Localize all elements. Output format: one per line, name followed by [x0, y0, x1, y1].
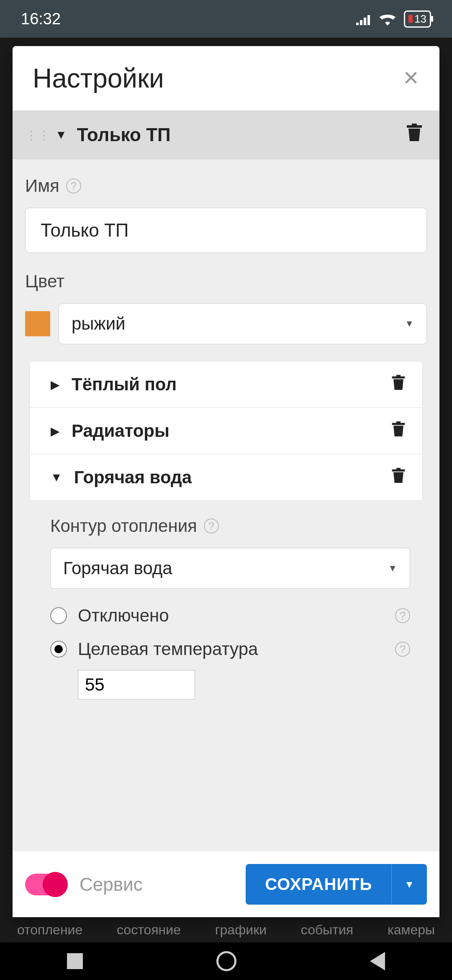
tab-status[interactable]: состояние: [117, 922, 181, 938]
sub-item-label: Горячая вода: [74, 467, 387, 487]
form-area: Имя ? Цвет рыжий ▼ Тёплый пол: [13, 159, 439, 716]
nav-home-icon[interactable]: [216, 951, 236, 971]
radio-target[interactable]: [50, 641, 67, 658]
radio-target-row[interactable]: Целевая температура ?: [50, 632, 410, 666]
status-time: 16:32: [21, 10, 61, 28]
chevron-down-icon[interactable]: [55, 128, 67, 142]
settings-modal: Настройки ✕ ⋮⋮ Только ТП Имя ? Цвет: [13, 46, 439, 917]
modal-footer: Сервис СОХРАНИТЬ ▼: [13, 851, 439, 917]
status-right: 13: [356, 10, 431, 28]
tab-graphs[interactable]: графики: [215, 922, 267, 938]
save-button[interactable]: СОХРАНИТЬ: [246, 864, 391, 905]
sub-item-label: Тёплый пол: [72, 374, 387, 395]
hotwater-detail: Контур отопления ? Горячая вода ▼ Отключ…: [25, 501, 427, 716]
tab-events[interactable]: события: [301, 922, 353, 938]
modal-title: Настройки: [33, 63, 164, 94]
sub-item-label: Радиаторы: [72, 421, 387, 441]
chevron-down-icon: ▼: [405, 318, 414, 329]
chevron-down-icon: [51, 471, 62, 484]
nav-recent-icon[interactable]: [67, 953, 83, 969]
nav-back-icon[interactable]: [370, 952, 385, 970]
battery-icon: 13: [404, 10, 431, 28]
modal-body: ⋮⋮ Только ТП Имя ? Цвет рыжий ▼: [13, 111, 439, 851]
status-bar: 16:32 13: [0, 0, 452, 38]
color-select-value: рыжий: [72, 314, 126, 334]
color-select[interactable]: рыжий ▼: [59, 303, 427, 344]
help-icon[interactable]: ?: [395, 642, 410, 657]
name-input[interactable]: [25, 208, 427, 253]
tab-heating[interactable]: отопление: [17, 922, 82, 938]
radio-target-label: Целевая температура: [78, 639, 384, 659]
tab-cameras[interactable]: камеры: [388, 922, 435, 938]
target-temperature-input[interactable]: [78, 670, 195, 699]
radio-off-label: Отключено: [78, 606, 384, 626]
radio-off-row[interactable]: Отключено ?: [50, 599, 410, 632]
section-header[interactable]: ⋮⋮ Только ТП: [13, 111, 439, 159]
drag-handle-icon[interactable]: ⋮⋮: [25, 128, 50, 142]
help-icon[interactable]: ?: [66, 178, 81, 193]
trash-icon[interactable]: [387, 374, 410, 395]
trash-icon[interactable]: [387, 467, 410, 488]
trash-icon[interactable]: [402, 124, 427, 146]
radio-off[interactable]: [50, 607, 67, 624]
contour-label: Контур отопления ?: [50, 516, 410, 536]
bottom-tabs: отопление состояние графики события каме…: [0, 913, 452, 946]
contour-select-value: Горячая вода: [63, 558, 172, 578]
sub-item-radiators[interactable]: Радиаторы: [30, 408, 422, 454]
chevron-right-icon: [51, 378, 60, 392]
color-label: Цвет: [25, 271, 427, 291]
android-navbar: [0, 942, 452, 980]
color-swatch: [25, 311, 50, 336]
section-title: Только ТП: [77, 124, 402, 145]
wifi-icon: [379, 12, 396, 26]
cellular-icon: [356, 13, 371, 25]
close-icon[interactable]: ✕: [403, 68, 419, 88]
trash-icon[interactable]: [387, 420, 410, 441]
sub-list: Тёплый пол Радиаторы Горячая вода: [29, 361, 423, 501]
name-label: Имя ?: [25, 176, 427, 196]
contour-select[interactable]: Горячая вода ▼: [50, 548, 410, 589]
modal-header: Настройки ✕: [13, 46, 439, 111]
help-icon[interactable]: ?: [204, 518, 219, 534]
sub-item-hotwater[interactable]: Горячая вода: [30, 454, 422, 500]
save-dropdown-button[interactable]: ▼: [391, 864, 427, 905]
service-toggle[interactable]: [25, 874, 67, 895]
chevron-down-icon: ▼: [388, 563, 397, 574]
help-icon[interactable]: ?: [395, 608, 410, 623]
chevron-right-icon: [51, 424, 60, 438]
service-toggle-label: Сервис: [80, 874, 233, 895]
sub-item-warmfloor[interactable]: Тёплый пол: [30, 361, 422, 408]
